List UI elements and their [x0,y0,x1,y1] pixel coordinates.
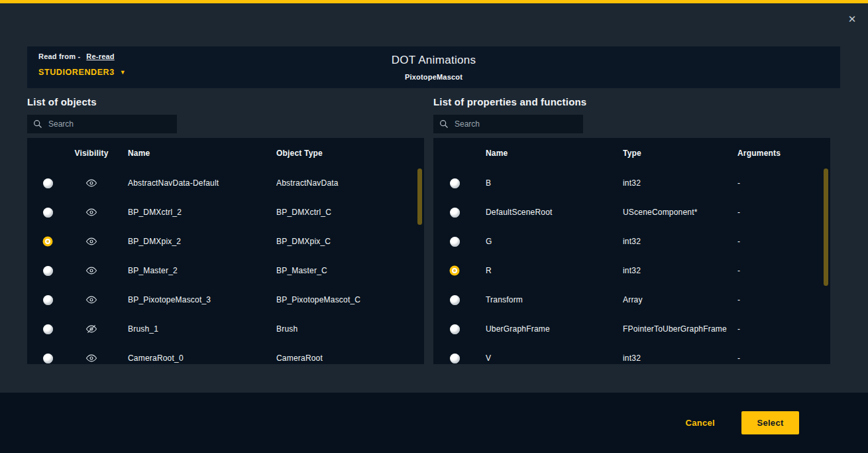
radio-button[interactable] [450,237,460,247]
column-header-object-type: Object Type [276,149,424,158]
cancel-button[interactable]: Cancel [686,418,715,428]
dialog-subtitle: PixotopeMascot [27,73,840,81]
property-name-cell: UberGraphFrame [476,324,623,334]
table-row[interactable]: BP_PixotopeMascot_3 BP_PixotopeMascot_C [27,285,424,314]
objects-table-body: AbstractNavData-Default AbstractNavData [27,168,424,364]
column-header-type: Type [623,149,737,158]
table-row[interactable]: BP_DMXctrl_2 BP_DMXctrl_C [27,198,424,227]
search-icon [33,119,42,129]
radio-button[interactable] [43,266,53,276]
read-from-label: Read from - [38,52,80,60]
property-name-cell: G [476,237,623,246]
radio-button[interactable] [43,324,53,334]
visibility-eye-icon[interactable] [85,354,97,363]
select-button[interactable]: Select [741,411,799,434]
accent-top-bar [0,0,868,3]
table-row[interactable]: AbstractNavData-Default AbstractNavData [27,168,424,198]
objects-search-input[interactable] [48,119,171,129]
property-name-cell: DefaultSceneRoot [476,208,623,217]
column-header-arguments: Arguments [737,149,830,158]
object-name-cell: BP_DMXctrl_2 [115,208,276,217]
visibility-eye-icon[interactable] [85,178,97,188]
properties-scrollbar-thumb[interactable] [824,168,828,286]
objects-panel-heading: List of objects [27,96,97,107]
property-arguments-cell: - [737,324,830,334]
radio-button[interactable] [452,268,457,273]
table-row[interactable]: Brush_1 Brush [27,314,424,344]
properties-panel-heading: List of properties and functions [433,96,586,107]
object-type-cell: Brush [276,324,424,334]
source-dropdown[interactable]: STUDIORENDER3 ▼ [38,68,126,77]
visibility-eye-icon[interactable] [85,266,97,275]
radio-button[interactable] [43,354,53,363]
property-arguments-cell: - [737,295,830,304]
table-row[interactable]: CameraRoot_0 CameraRoot [27,344,424,364]
dot-animations-dialog: ✕ DOT Animations PixotopeMascot Read fro… [0,0,868,453]
radio-button[interactable] [450,208,460,218]
object-type-cell: BP_Master_C [276,266,424,275]
table-row[interactable]: Transform Array - [433,285,830,314]
dialog-header: DOT Animations PixotopeMascot Read from … [27,46,840,88]
radio-button[interactable] [43,208,53,218]
objects-search-box [27,115,177,133]
column-header-name: Name [476,149,623,158]
dialog-title: DOT Animations [27,54,840,67]
object-type-cell: BP_DMXctrl_C [276,208,424,217]
object-type-cell: CameraRoot [276,354,424,363]
radio-button[interactable] [450,178,460,188]
properties-search-input[interactable] [455,119,577,129]
radio-button[interactable] [43,178,53,188]
property-name-cell: V [476,354,623,363]
radio-button[interactable] [450,354,460,363]
properties-table-header: Name Type Arguments [433,138,830,168]
radio-button[interactable] [450,324,460,334]
property-type-cell: int32 [623,354,737,363]
object-name-cell: BP_PixotopeMascot_3 [115,295,276,304]
property-arguments-cell: - [737,354,830,363]
property-type-cell: USceneComponent* [623,208,737,217]
column-header-visibility: Visibility [68,149,115,158]
properties-search-box [433,115,583,133]
property-name-cell: R [476,266,623,275]
properties-table-body: B int32 - DefaultSceneRoot USceneCompone… [433,168,830,364]
object-type-cell: BP_PixotopeMascot_C [276,295,424,304]
property-name-cell: Transform [476,295,623,304]
object-name-cell: BP_Master_2 [115,266,276,275]
properties-table: Name Type Arguments B int32 - [433,138,830,364]
object-type-cell: AbstractNavData [276,178,424,188]
search-icon [439,119,449,129]
property-type-cell: FPointerToUberGraphFrame [623,324,737,334]
object-type-cell: BP_DMXpix_C [276,237,424,246]
objects-table: Visibility Name Object Type [27,138,424,364]
table-row[interactable]: BP_DMXpix_2 BP_DMXpix_C [27,227,424,256]
property-type-cell: Array [623,295,737,304]
reread-link[interactable]: Re-read [86,52,114,60]
chevron-down-icon: ▼ [120,70,127,76]
object-name-cell: CameraRoot_0 [115,354,276,363]
table-row[interactable]: G int32 - [433,227,830,256]
table-row[interactable]: DefaultSceneRoot USceneComponent* - [433,198,830,227]
table-row[interactable]: R int32 - [433,256,830,285]
table-row[interactable]: V int32 - [433,344,830,364]
visibility-eye-icon[interactable] [85,324,97,334]
objects-table-header: Visibility Name Object Type [27,138,424,168]
table-row[interactable]: UberGraphFrame FPointerToUberGraphFrame … [433,314,830,344]
objects-scrollbar-thumb[interactable] [417,168,422,225]
property-arguments-cell: - [737,178,830,188]
radio-button[interactable] [45,239,50,244]
property-type-cell: int32 [623,266,737,275]
close-icon[interactable]: ✕ [845,12,859,27]
radio-button[interactable] [43,295,53,305]
object-name-cell: Brush_1 [115,324,276,334]
property-arguments-cell: - [737,237,830,246]
property-arguments-cell: - [737,208,830,217]
dialog-footer: Cancel Select [0,393,868,453]
visibility-eye-icon[interactable] [85,295,97,304]
object-name-cell: AbstractNavData-Default [115,178,276,188]
property-type-cell: int32 [623,178,737,188]
visibility-eye-icon[interactable] [85,237,97,246]
table-row[interactable]: B int32 - [433,168,830,198]
table-row[interactable]: BP_Master_2 BP_Master_C [27,256,424,285]
visibility-eye-icon[interactable] [85,208,97,217]
radio-button[interactable] [450,295,460,305]
